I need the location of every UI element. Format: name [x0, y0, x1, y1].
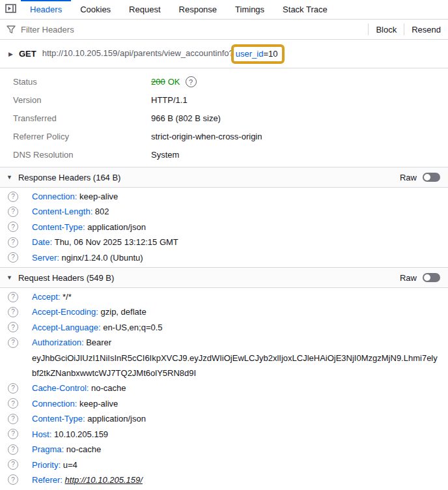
header-row: ? Accept*/*	[0, 289, 448, 304]
request-headers-list: ? Accept*/* ? Accept-Encodinggzip, defla…	[0, 288, 448, 490]
raw-toggle-label: Raw	[400, 273, 417, 283]
resend-button[interactable]: Resend	[404, 20, 448, 39]
split-panel-toggle-icon	[5, 4, 16, 15]
help-icon[interactable]: ?	[8, 474, 18, 485]
summary-row-label: Transferred	[13, 113, 151, 123]
help-icon[interactable]: ?	[8, 292, 18, 302]
header-row: ? Connectionkeep-alive	[0, 396, 448, 411]
collapse-arrow-icon[interactable]: ▼	[7, 174, 12, 180]
filter-toolbar: Block Resend	[0, 20, 448, 40]
header-name[interactable]: Host	[32, 429, 54, 439]
request-method: GET	[19, 49, 36, 59]
header-row: ? Content-Typeapplication/json	[0, 220, 448, 235]
header-name[interactable]: Date	[32, 237, 55, 247]
summary-row-value: strict-origin-when-cross-origin	[151, 132, 262, 141]
response-headers-section-header[interactable]: ▼ Response Headers (164 B) Raw	[0, 167, 448, 188]
tab-cookies[interactable]: Cookies	[71, 0, 120, 19]
help-icon[interactable]: ?	[8, 237, 18, 248]
tab-label: Headers	[30, 5, 62, 14]
tab-label: Response	[179, 5, 217, 14]
devtools-tab-bar: Headers Cookies Request Response Timings…	[0, 0, 448, 20]
response-headers-list: ? Connectionkeep-alive ? Content-Length8…	[0, 188, 448, 267]
request-headers-title: Request Headers (549 B)	[18, 273, 114, 283]
tab-label: Request	[129, 5, 160, 14]
tab-timings[interactable]: Timings	[226, 0, 273, 19]
summary-row: Transferred 966 B (802 B size)	[13, 112, 448, 124]
header-row: ? User-AgentMozilla/5.0 (Windows NT 10.0…	[0, 487, 448, 490]
header-value: u=4	[63, 460, 77, 470]
summary-row-value: HTTP/1.1	[151, 95, 188, 105]
header-value: application/json	[87, 222, 146, 232]
expand-twisty-icon[interactable]: ▶	[8, 51, 13, 57]
help-icon[interactable]: ?	[8, 414, 18, 424]
network-details-panel: Headers Cookies Request Response Timings…	[0, 0, 448, 490]
filter-icon	[7, 25, 16, 34]
header-row: ? Cache-Controlno-cache	[0, 381, 448, 396]
header-value: application/json	[87, 414, 146, 424]
header-name[interactable]: Accept-Encoding	[32, 307, 101, 317]
header-value: http://10.10.205.159/	[65, 475, 143, 485]
header-row: ? Servernginx/1.24.0 (Ubuntu)	[0, 250, 448, 265]
tabs: Headers Cookies Request Response Timings…	[21, 0, 337, 19]
header-name[interactable]: Pragma	[32, 444, 66, 454]
header-value: gzip, deflate	[101, 307, 147, 317]
user-id-annotation-box: user_id=10	[231, 44, 285, 64]
split-panel-toggle-button[interactable]	[0, 0, 21, 19]
header-row: ? Content-Length802	[0, 204, 448, 219]
raw-toggle-label: Raw	[400, 173, 417, 182]
header-name[interactable]: Server	[32, 253, 62, 263]
header-row: ? Refererhttp://10.10.205.159/	[0, 472, 448, 487]
tab-response[interactable]: Response	[170, 0, 227, 19]
header-name[interactable]: Connection	[32, 399, 79, 409]
status-help-icon[interactable]: ?	[186, 76, 197, 87]
tab-request[interactable]: Request	[120, 0, 169, 19]
header-row: ? Accept-Encodinggzip, deflate	[0, 304, 448, 319]
request-url-row[interactable]: ▶ GET http://10.10.205.159/api/parents/v…	[0, 40, 448, 68]
header-name[interactable]: Connection	[32, 192, 79, 201]
help-icon[interactable]: ?	[8, 459, 18, 470]
filter-headers-input[interactable]	[21, 25, 368, 35]
header-row: ? Accept-Languageen-US,en;q=0.5	[0, 320, 448, 335]
header-row: ? DateThu, 06 Nov 2025 13:12:15 GMT	[0, 235, 448, 250]
header-name[interactable]: Content-Type	[32, 414, 87, 424]
help-icon[interactable]: ?	[8, 222, 18, 232]
header-name[interactable]: Cache-Control	[32, 383, 91, 393]
status-row: Status 200 OK ?	[13, 76, 448, 88]
raw-toggle-switch[interactable]	[423, 173, 440, 182]
help-icon[interactable]: ?	[8, 192, 18, 202]
header-row: ? Connectionkeep-alive	[0, 189, 448, 204]
header-value: Bearer eyJhbGciOiJIUzI1NiIsInR5cCI6IkpXV…	[32, 338, 438, 378]
summary-row: Referrer Policy strict-origin-when-cross…	[13, 130, 448, 143]
tab-stack-trace[interactable]: Stack Trace	[273, 0, 337, 19]
header-name[interactable]: Priority	[32, 460, 63, 470]
help-icon[interactable]: ?	[8, 444, 18, 455]
tab-headers[interactable]: Headers	[21, 0, 71, 19]
summary-row-label: Referrer Policy	[13, 132, 151, 141]
header-name[interactable]: Authorization	[32, 338, 86, 347]
header-value: 802	[95, 207, 109, 216]
header-name[interactable]: Content-Type	[32, 222, 87, 232]
help-icon[interactable]: ?	[8, 207, 18, 217]
summary-row-value: System	[151, 150, 179, 160]
header-value: nginx/1.24.0 (Ubuntu)	[62, 253, 143, 263]
collapse-arrow-icon[interactable]: ▼	[7, 274, 12, 281]
help-icon[interactable]: ?	[8, 252, 18, 263]
header-name[interactable]: Accept	[32, 292, 63, 302]
help-icon[interactable]: ?	[8, 307, 18, 317]
help-icon[interactable]: ?	[8, 322, 18, 332]
help-icon[interactable]: ?	[8, 383, 18, 394]
help-icon[interactable]: ?	[8, 429, 18, 439]
request-headers-section-header[interactable]: ▼ Request Headers (549 B) Raw	[0, 267, 448, 288]
status-code: 200	[151, 77, 165, 87]
header-row: ? Priorityu=4	[0, 457, 448, 472]
block-button[interactable]: Block	[369, 20, 404, 39]
query-param-name: user_id	[236, 49, 264, 59]
help-icon[interactable]: ?	[8, 338, 18, 348]
raw-toggle-switch[interactable]	[423, 273, 440, 282]
header-name[interactable]: Referer	[32, 475, 65, 485]
header-name[interactable]: Accept-Language	[32, 323, 103, 332]
header-name[interactable]: Content-Length	[32, 207, 95, 216]
request-summary: Status 200 OK ? Version HTTP/1.1 Transfe…	[0, 68, 448, 161]
help-icon[interactable]: ?	[8, 398, 18, 409]
header-value: keep-alive	[79, 192, 118, 201]
